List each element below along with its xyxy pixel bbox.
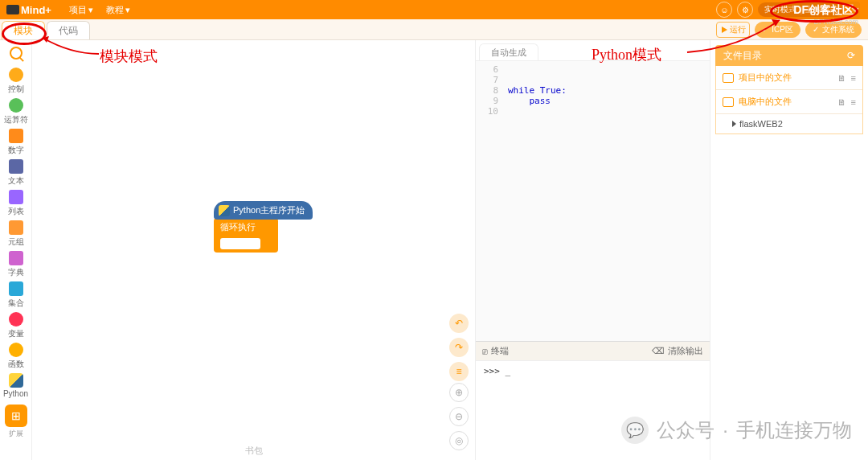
category-label: 控制 — [8, 84, 24, 95]
category-集合[interactable]: 集合 — [2, 280, 31, 310]
redo-button[interactable]: ↷ — [449, 338, 469, 357]
category-icon — [9, 68, 23, 82]
category-icon — [9, 98, 23, 113]
category-sidebar: 控制运算符数字文本列表元组字典集合变量函数Python ⊞ 扩展 — [0, 40, 32, 460]
file-item-flaskweb2[interactable]: flaskWEB2 — [716, 114, 862, 133]
terminal-prompt: >>> _ — [484, 366, 510, 376]
new-file-icon[interactable]: 🗎 — [837, 97, 846, 107]
category-label: 集合 — [8, 298, 24, 309]
file-panel: 文件目录 ⟳ 项目中的文件 🗎≡ 电脑中的文件 🗎≡ flaskWEB2 — [710, 40, 868, 460]
code-line: 9 pass — [482, 96, 703, 106]
category-文本[interactable]: 文本 — [2, 158, 31, 188]
code-line: 7 — [482, 75, 703, 85]
logo-icon — [6, 5, 19, 14]
python-icon — [219, 205, 230, 216]
annotation-label-python: Python模式 — [592, 45, 661, 64]
terminal-title: 终端 — [491, 345, 509, 357]
category-运算符[interactable]: 运算符 — [2, 97, 31, 127]
expand-icon — [732, 121, 736, 127]
category-Python[interactable]: Python — [2, 372, 31, 400]
category-icon — [9, 343, 23, 357]
category-icon — [9, 190, 23, 204]
search-icon[interactable] — [10, 47, 23, 60]
clear-output-button[interactable]: ⌫ 清除输出 — [652, 345, 703, 357]
category-变量[interactable]: 变量 — [2, 310, 31, 341]
blocks-canvas[interactable]: Python主程序开始 循环执行 ↶ ↷ ≡ ⊕ ⊖ ◎ 书包 — [32, 40, 476, 460]
menu-bar: 项目▾ 教程▾ — [64, 2, 135, 18]
loop-block[interactable]: 循环执行 — [214, 218, 278, 253]
terminal-icon: ⎚ — [482, 347, 488, 356]
feedback-icon[interactable]: ☺ — [716, 2, 732, 18]
terminal-output[interactable]: >>> _ — [476, 360, 710, 460]
hat-block-python-start[interactable]: Python主程序开始 — [214, 201, 313, 220]
menu-tutorial[interactable]: 教程▾ — [101, 2, 135, 18]
menu-icon[interactable]: ≡ — [851, 73, 856, 83]
undo-button[interactable]: ↶ — [449, 314, 469, 333]
zoom-reset-button[interactable]: ◎ — [449, 431, 469, 450]
logo-text: Mind+ — [21, 4, 51, 16]
code-line: 8while True: — [482, 85, 703, 96]
category-icon — [9, 312, 23, 327]
project-files-row[interactable]: 项目中的文件 🗎≡ — [716, 66, 862, 90]
category-label: 文本 — [8, 175, 24, 187]
new-file-icon[interactable]: 🗎 — [837, 73, 846, 83]
code-panel: 自动生成 678while True:9 pass10 ⎚ 终端 ⌫ 清除输出 … — [476, 40, 710, 460]
category-icon — [9, 281, 23, 296]
category-label: 字典 — [8, 267, 24, 278]
category-icon — [9, 220, 23, 235]
category-元组[interactable]: 元组 — [2, 219, 31, 249]
category-icon — [9, 159, 23, 174]
category-label: 变量 — [8, 328, 24, 339]
extensions-label: 扩展 — [9, 429, 23, 439]
tidy-button[interactable]: ≡ — [449, 362, 469, 381]
zoom-in-button[interactable]: ⊕ — [449, 383, 469, 402]
category-label: 列表 — [8, 206, 24, 217]
computer-files-row[interactable]: 电脑中的文件 🗎≡ — [716, 90, 862, 114]
category-icon — [9, 251, 23, 265]
zoom-out-button[interactable]: ⊖ — [449, 407, 469, 426]
category-icon — [9, 129, 23, 143]
settings-icon[interactable]: ⚙ — [737, 2, 753, 18]
brand-url: DFRobot.com — [813, 18, 858, 26]
category-label: 数字 — [8, 145, 24, 156]
code-line: 10 — [482, 106, 703, 117]
category-label: 元组 — [8, 236, 24, 248]
category-数字[interactable]: 数字 — [2, 127, 31, 158]
reload-icon[interactable]: ⟳ — [847, 50, 855, 61]
terminal-header: ⎚ 终端 ⌫ 清除输出 — [476, 341, 710, 360]
category-列表[interactable]: 列表 — [2, 188, 31, 219]
file-sections: 项目中的文件 🗎≡ 电脑中的文件 🗎≡ flaskWEB2 — [715, 66, 863, 134]
code-editor[interactable]: 678while True:9 pass10 — [476, 61, 710, 341]
extensions-button[interactable]: ⊞ — [5, 405, 27, 427]
category-字典[interactable]: 字典 — [2, 249, 31, 280]
main-content: 控制运算符数字文本列表元组字典集合变量函数Python ⊞ 扩展 Python主… — [0, 40, 868, 460]
annotation-label-blocks: 模块模式 — [100, 47, 158, 66]
logo: Mind+ — [6, 4, 51, 16]
code-line: 6 — [482, 64, 703, 75]
brand-watermark: DF创客社区 — [787, 2, 860, 19]
tab-auto-generate[interactable]: 自动生成 — [479, 43, 538, 60]
category-label: 函数 — [8, 359, 24, 370]
category-label: Python — [3, 389, 28, 398]
annotation-arrow-python — [683, 16, 788, 56]
folder-icon — [723, 73, 734, 83]
category-控制[interactable]: 控制 — [2, 66, 31, 97]
block-stack[interactable]: Python主程序开始 循环执行 — [214, 201, 313, 253]
eraser-icon: ⌫ — [652, 346, 665, 356]
backpack-label[interactable]: 书包 — [245, 445, 263, 457]
computer-icon — [723, 97, 734, 107]
category-函数[interactable]: 函数 — [2, 341, 31, 372]
menu-project[interactable]: 项目▾ — [64, 2, 98, 18]
menu-icon[interactable]: ≡ — [851, 97, 856, 107]
python-icon — [9, 373, 23, 388]
category-label: 运算符 — [4, 114, 28, 125]
annotation-arrow-blocks — [39, 34, 103, 58]
